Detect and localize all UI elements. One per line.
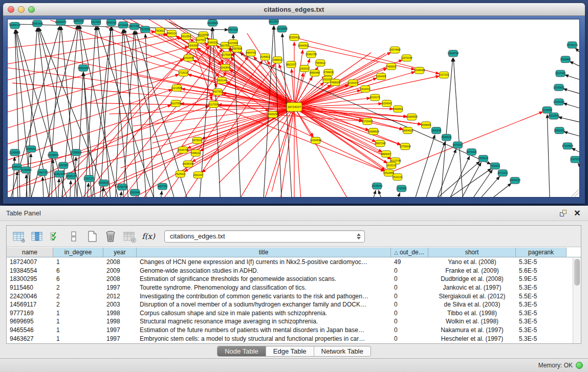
network-node[interactable]: 24055724	[9, 22, 20, 29]
cell-name[interactable]: 9115460	[7, 283, 53, 292]
tab-network-table[interactable]: Network Table	[314, 346, 371, 356]
network-node[interactable]: 1615132	[386, 162, 397, 169]
network-node[interactable]: 16782759	[117, 184, 128, 190]
network-node[interactable]: 6466162	[106, 19, 117, 26]
network-canvas[interactable]: 1872400724055724206914062089497610653257…	[7, 19, 580, 198]
select-visible-columns-icon[interactable]	[48, 229, 63, 244]
network-node[interactable]: 16961758	[306, 51, 317, 58]
cell-pagerank[interactable]: 5.3E-5	[516, 326, 567, 335]
cell-pagerank[interactable]: 5.3E-5	[516, 283, 567, 292]
cell-title[interactable]: Corpus callosum shape and size in male p…	[137, 309, 391, 318]
network-node[interactable]: 8938923	[442, 134, 452, 141]
network-node[interactable]: 8216170	[370, 94, 380, 101]
network-node[interactable]: 20894976	[55, 19, 67, 25]
cell-name[interactable]: 22420046	[7, 292, 53, 300]
cell-year[interactable]: 1998	[103, 309, 137, 318]
network-node[interactable]: 16099348	[182, 161, 193, 167]
network-node[interactable]: 16648784	[447, 50, 459, 57]
cell-year[interactable]: 1998	[103, 317, 137, 326]
cell-short[interactable]: Tibbo et al. (1998)	[428, 309, 516, 318]
network-node[interactable]: 16640910	[298, 42, 309, 49]
close-panel-icon[interactable]: ✕	[573, 209, 582, 218]
table-row[interactable]: 911546021997Tourette syndrome. Phenomeno…	[7, 283, 573, 292]
network-node[interactable]: 8960124	[167, 30, 177, 37]
network-node[interactable]: 1588520	[272, 57, 282, 63]
network-node[interactable]: 10654113	[509, 177, 520, 184]
network-node[interactable]: 2935114	[478, 155, 488, 162]
network-node[interactable]: 7515526	[140, 26, 150, 33]
network-node[interactable]: 11156869	[20, 167, 32, 173]
network-node[interactable]: 12923446	[129, 189, 140, 196]
table-selector[interactable]: citations_edges.txt	[164, 230, 365, 243]
cell-short[interactable]: Nakamura et al. (1997)	[428, 326, 516, 335]
network-node[interactable]: 16671355	[128, 23, 140, 30]
network-node[interactable]: 9154543	[382, 100, 392, 107]
network-node[interactable]: 2803144	[217, 77, 227, 84]
cell-outde[interactable]: 0	[391, 283, 428, 292]
network-node[interactable]: 1154409	[376, 73, 386, 80]
cell-pagerank[interactable]: 5.3E-5	[516, 334, 567, 343]
network-node[interactable]: 5912954	[181, 33, 191, 40]
network-node[interactable]: 17359924	[71, 149, 82, 156]
network-node[interactable]: 16958167	[98, 180, 110, 186]
network-node[interactable]: 9474444	[467, 149, 477, 156]
float-panel-icon[interactable]	[558, 209, 568, 218]
row-height-icon[interactable]	[66, 229, 81, 244]
network-node[interactable]: 15751074	[567, 41, 578, 48]
network-node[interactable]: 7955812	[315, 60, 325, 67]
network-node[interactable]: 11548408	[414, 67, 425, 74]
network-node[interactable]: 15692931	[554, 127, 565, 134]
minimize-button[interactable]	[18, 6, 25, 13]
cell-short[interactable]: de Silva et al. (2003)	[428, 300, 516, 309]
window-titlebar[interactable]: citations_edges.txt	[3, 3, 585, 16]
cell-short[interactable]: Wolkin et al. (1998)	[428, 317, 516, 326]
table-row[interactable]: 1938455462009Genome-wide association stu…	[7, 267, 573, 275]
cell-pagerank[interactable]: 5.6E-5	[516, 267, 567, 275]
network-node[interactable]: 7857224	[228, 27, 238, 33]
cell-indegree[interactable]: 6	[53, 267, 103, 275]
network-node[interactable]: 1167533	[571, 156, 579, 163]
network-node[interactable]: 12505135	[66, 173, 77, 180]
show-columns-icon[interactable]	[29, 229, 45, 244]
network-node[interactable]: 12444154	[553, 99, 564, 105]
network-node[interactable]: 21266950	[9, 149, 20, 156]
network-node[interactable]: 17957273	[83, 175, 95, 182]
cell-name[interactable]: 19384554	[7, 267, 53, 275]
cell-title[interactable]: Tourette syndrome. Phenomenology and cla…	[137, 283, 391, 292]
network-node[interactable]: 7563822	[155, 28, 165, 34]
cell-title[interactable]: Disruption of a novel member of a sodium…	[137, 300, 391, 309]
cell-short[interactable]: Yano et al. (2008)	[428, 258, 516, 267]
network-node[interactable]: 9242848	[221, 64, 231, 71]
network-node[interactable]: 1527602	[91, 19, 101, 25]
cell-title[interactable]: Structural magnetic resonance image aver…	[137, 317, 391, 326]
cell-outde[interactable]: 49	[391, 258, 428, 267]
column-header-title[interactable]: title	[137, 248, 391, 257]
cell-indegree[interactable]: 6	[53, 275, 103, 283]
memory-ok-indicator[interactable]	[576, 362, 583, 369]
cell-year[interactable]: 1997	[103, 283, 137, 292]
network-node[interactable]: 1691447	[193, 172, 204, 179]
network-node[interactable]: 22420046	[183, 55, 194, 61]
cell-pagerank[interactable]: 5.3E-5	[516, 300, 567, 309]
network-node[interactable]: 9127503	[196, 37, 206, 43]
network-node[interactable]: 7625402	[176, 171, 186, 178]
cell-year[interactable]: 1997	[103, 326, 137, 335]
cell-outde[interactable]: 0	[391, 292, 428, 300]
network-node[interactable]: 29053346	[78, 64, 89, 71]
network-node[interactable]: 1733426	[397, 185, 407, 192]
table-row[interactable]: 946554611997Estimation of the future num…	[7, 326, 573, 335]
network-node[interactable]: 9699695	[421, 122, 431, 128]
tab-node-table[interactable]: Node Table	[217, 346, 266, 356]
cell-pagerank[interactable]: 5.3E-5	[516, 317, 567, 326]
network-node[interactable]: 16033809	[207, 19, 218, 26]
cell-name[interactable]: 9465546	[7, 326, 53, 335]
network-node[interactable]: 5498222	[191, 150, 201, 157]
cell-indegree[interactable]: 1	[53, 317, 103, 326]
cell-indegree[interactable]: 2	[53, 283, 103, 292]
close-button[interactable]	[8, 6, 14, 13]
network-node[interactable]: 18300295	[267, 111, 278, 118]
network-node[interactable]: 12213589	[171, 85, 182, 92]
network-node[interactable]: 7483053	[386, 63, 397, 70]
network-node[interactable]: 9397587	[58, 162, 69, 169]
column-header-pagerank[interactable]: pagerank	[516, 248, 567, 257]
